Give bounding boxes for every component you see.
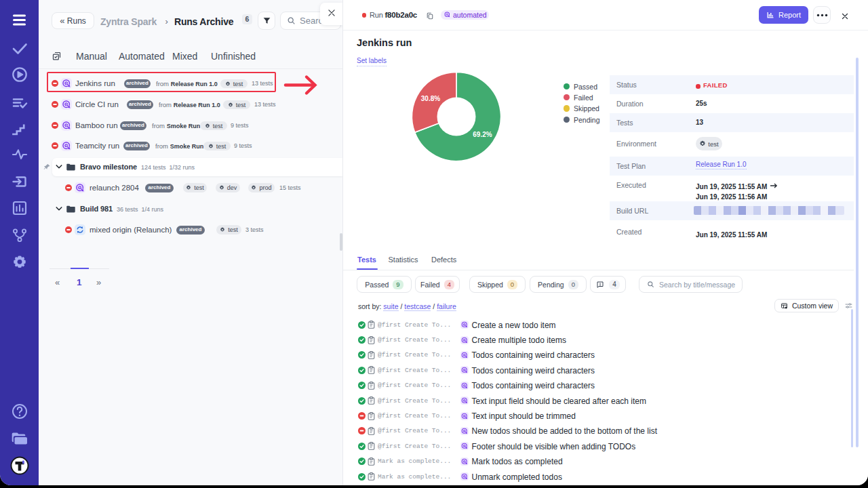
svg-text:69.2%: 69.2% (473, 130, 492, 138)
svg-text:30.8%: 30.8% (421, 94, 440, 102)
